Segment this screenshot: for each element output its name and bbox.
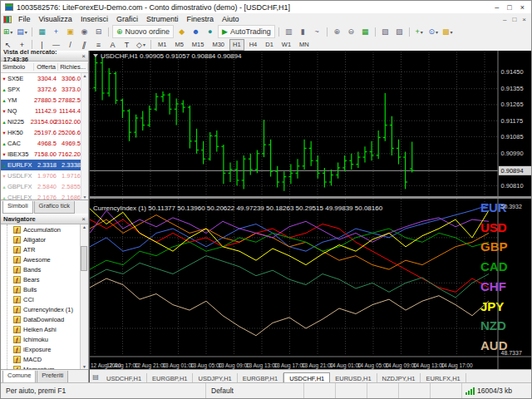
maximize-icon[interactable]: □ <box>507 3 511 12</box>
table-row[interactable]: ▲CHFLFX2.16762.1686 <box>1 192 88 200</box>
column-header[interactable]: Richies... <box>58 63 88 71</box>
new-chart-button[interactable]: ⊞▾ <box>1 26 15 37</box>
menu-grafici[interactable]: Grafici <box>112 15 142 23</box>
close-icon[interactable]: × <box>81 215 86 223</box>
signals-button[interactable]: ◆ <box>175 26 189 37</box>
timeframe-m15[interactable]: M15 <box>189 39 208 51</box>
navigator-item[interactable]: ƒDataDownload <box>1 314 88 324</box>
pane-splitter[interactable] <box>90 196 532 199</box>
navigator-item[interactable]: ƒHeiken Ashi <box>1 324 88 334</box>
menu-strumenti[interactable]: Strumenti <box>142 15 183 23</box>
zoom-out-button[interactable]: ⊖ <box>344 26 358 37</box>
table-row[interactable]: ▲GBPLFX2.58402.5855 <box>1 181 88 192</box>
minimize-icon[interactable]: – <box>495 3 499 12</box>
navigator-button[interactable]: + <box>49 26 63 37</box>
table-row[interactable]: ▼IBEX357158.007162.20 <box>1 149 88 160</box>
table-row[interactable]: ▼NQ11142.911144.4 <box>1 106 88 116</box>
close-icon[interactable]: × <box>520 3 525 12</box>
navigator-item[interactable]: ƒAccumulation <box>1 224 88 234</box>
indicator-icon: ƒ <box>13 276 21 283</box>
nuovo-ordine-button[interactable]: ⊕ Nuovo ordine <box>112 25 174 38</box>
navigator-item[interactable]: ƒAwesome <box>1 254 88 264</box>
window-list-icon[interactable]: ▤ <box>90 373 101 381</box>
timeframe-m5[interactable]: M5 <box>171 39 186 51</box>
child-restore-icon[interactable]: □ <box>512 16 516 23</box>
child-close-icon[interactable]: × <box>522 16 526 23</box>
toolbar-separator <box>32 27 32 37</box>
column-header[interactable]: Offerta <box>34 63 58 71</box>
navigator-item[interactable]: ƒAlligator <box>1 234 88 244</box>
menu-aiuto[interactable]: Aiuto <box>218 15 244 23</box>
tab-preferiti[interactable]: Preferiti <box>37 371 68 383</box>
table-row[interactable]: ▲SPX3372.63373.0 <box>1 84 88 95</box>
scroll-up-icon[interactable]: ▲ <box>82 224 86 229</box>
periods-button[interactable]: ⊙▾ <box>426 26 441 37</box>
tile-windows-button[interactable]: ▦ <box>358 26 372 37</box>
menu-finestra[interactable]: Finestra <box>182 15 218 23</box>
candlestick-button[interactable]: ▮ <box>296 26 310 37</box>
svg-text:0.91450: 0.91450 <box>501 68 524 76</box>
market-watch-button[interactable]: ▦ <box>35 26 49 37</box>
timeframe-h4[interactable]: H4 <box>246 39 261 51</box>
market-watch-scrollbar[interactable]: ▲▼ <box>81 73 88 200</box>
indicators-button[interactable]: +▾ <box>412 26 426 37</box>
cascade-button[interactable]: ▧ <box>378 26 392 37</box>
bar-chart-button[interactable]: ▥ <box>282 26 296 37</box>
child-minimize-icon[interactable]: – <box>503 16 506 23</box>
timeframe-d1[interactable]: D1 <box>262 39 277 51</box>
scroll-down-icon[interactable]: ▼ <box>82 364 86 369</box>
tab-simboli[interactable]: Simboli <box>2 201 33 214</box>
accounts-button[interactable]: ☻ <box>189 26 203 37</box>
profiles-button[interactable]: ▤▾ <box>15 26 29 37</box>
navigator-item[interactable]: ƒiExposure <box>1 344 88 354</box>
table-row[interactable]: ▲NI22523154.0023162.00 <box>1 116 88 127</box>
templates-button[interactable]: ▩▾ <box>441 26 455 37</box>
data-window-button[interactable]: ⊟ <box>91 26 106 37</box>
table-row[interactable]: ▼USDLFX1.97061.9716 <box>1 170 88 181</box>
community-button[interactable]: ● <box>203 26 217 37</box>
profile-selector[interactable]: Default <box>205 383 303 398</box>
tab-comune[interactable]: Comune <box>2 371 36 383</box>
column-header[interactable]: Simbolo <box>1 63 34 71</box>
market-watch-columns: SimboloOffertaRichies... <box>1 62 88 73</box>
terminal-button[interactable]: ▣ <box>63 26 77 37</box>
scroll-down-icon[interactable]: ▼ <box>83 195 87 200</box>
timeframe-h1[interactable]: H1 <box>229 39 244 51</box>
navigator-item[interactable]: ƒBears <box>1 274 88 284</box>
label-button[interactable]: T <box>120 39 134 51</box>
tile-horizontal-button[interactable]: ▨ <box>392 26 406 37</box>
shapes-button[interactable]: ◇▾ <box>134 39 148 51</box>
navigator-item[interactable]: ƒMACD <box>1 354 88 364</box>
tester-button[interactable]: ◉ <box>77 26 91 37</box>
market-watch-panel: Vista del mercato: 17:43:36 × SimboloOff… <box>1 51 88 214</box>
navigator-item[interactable]: ƒMomentum <box>1 364 88 369</box>
navigator-item[interactable]: ƒIchimoku <box>1 334 88 344</box>
text-button[interactable]: A <box>106 39 120 51</box>
zoom-in-button[interactable]: ⊕ <box>330 26 344 37</box>
fibonacci-button[interactable]: ≡ <box>91 39 106 51</box>
autotrading-button[interactable]: ▶ AutoTrading <box>218 25 275 38</box>
table-row[interactable]: ▲YM27880.527882.5 <box>1 95 88 106</box>
timeframe-m30[interactable]: M30 <box>209 39 228 51</box>
timeframe-w1[interactable]: W1 <box>278 39 294 51</box>
table-row[interactable]: ▼SX5E3304.43306.0 <box>1 73 88 84</box>
timeframe-mn[interactable]: MN <box>296 39 313 51</box>
close-icon[interactable]: × <box>81 52 86 60</box>
navigator-item[interactable]: ƒBands <box>1 264 88 274</box>
tab-grafico-tick[interactable]: Grafico tick <box>34 201 76 214</box>
menu-visualizza[interactable]: Visualizza <box>35 15 76 23</box>
menu-inserisci[interactable]: Inserisci <box>76 15 112 23</box>
scroll-up-icon[interactable]: ▲ <box>83 73 87 78</box>
line-chart-button[interactable]: ~ <box>310 26 324 37</box>
navigator-item[interactable]: ƒCCI <box>1 294 88 304</box>
table-row[interactable]: ▲EURLFX2.33182.3338 <box>1 160 88 170</box>
menu-file[interactable]: File <box>14 15 35 23</box>
navigator-item[interactable]: ƒATR <box>1 244 88 254</box>
navigator-item[interactable]: ƒBulls <box>1 284 88 294</box>
chart-canvas[interactable]: EURUSDGBPCADCHFJPYNZDAUD0.914500.913550.… <box>90 51 532 372</box>
timeframe-m1[interactable]: M1 <box>155 39 170 51</box>
table-row[interactable]: ▲CAC4968.54969.5 <box>1 138 88 149</box>
navigator-item[interactable]: ƒCurrencyIndex (1) <box>1 304 88 314</box>
table-row[interactable]: ▼HK5025197.625206.6 <box>1 127 88 138</box>
scrollbar-thumb[interactable] <box>81 246 87 271</box>
